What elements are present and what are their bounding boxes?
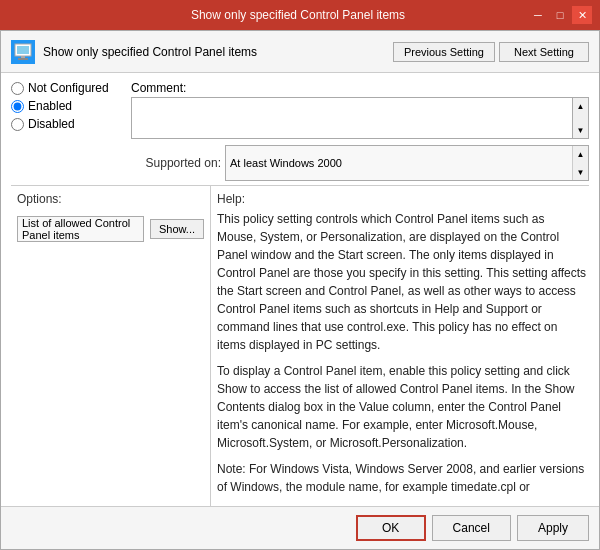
title-bar: Show only specified Control Panel items … — [0, 0, 600, 30]
disabled-radio[interactable] — [11, 118, 24, 131]
enabled-option[interactable]: Enabled — [11, 99, 121, 113]
list-label: List of allowed Control Panel items — [17, 216, 144, 242]
maximize-button[interactable]: □ — [550, 6, 570, 24]
svg-rect-3 — [18, 58, 28, 60]
two-column-area: Options: List of allowed Control Panel i… — [11, 185, 589, 506]
comment-label: Comment: — [131, 81, 589, 95]
header-row: Show only specified Control Panel items … — [1, 31, 599, 73]
help-paragraph-2: To display a Control Panel item, enable … — [217, 362, 587, 452]
help-content-wrapper: This policy setting controls which Contr… — [217, 210, 589, 500]
supported-value: At least Windows 2000 — [226, 146, 572, 180]
header-title: Show only specified Control Panel items — [43, 45, 257, 59]
disabled-option[interactable]: Disabled — [11, 117, 121, 131]
supported-label: Supported on: — [131, 156, 221, 170]
window-controls: ─ □ ✕ — [528, 6, 592, 24]
next-setting-button[interactable]: Next Setting — [499, 42, 589, 62]
header-left: Show only specified Control Panel items — [11, 40, 393, 64]
policy-icon — [11, 40, 35, 64]
not-configured-radio[interactable] — [11, 82, 24, 95]
right-meta: Comment: ▲ ▼ Supported on: At least Wind… — [121, 81, 589, 181]
comment-input[interactable] — [131, 97, 573, 139]
enabled-radio[interactable] — [11, 100, 24, 113]
help-paragraph-3: Note: For Windows Vista, Windows Server … — [217, 460, 587, 500]
left-panel: Options: List of allowed Control Panel i… — [11, 186, 211, 506]
disabled-label: Disabled — [28, 117, 75, 131]
help-paragraph-1: This policy setting controls which Contr… — [217, 210, 587, 354]
footer: OK Cancel Apply — [1, 506, 599, 549]
ok-button[interactable]: OK — [356, 515, 426, 541]
top-section: Not Configured Enabled Disabled Comment:… — [1, 73, 599, 185]
options-title: Options: — [17, 192, 204, 206]
window-title: Show only specified Control Panel items — [68, 8, 528, 22]
supported-scroll-down[interactable]: ▼ — [573, 164, 588, 180]
enabled-label: Enabled — [28, 99, 72, 113]
previous-setting-button[interactable]: Previous Setting — [393, 42, 495, 62]
dialog-body: Show only specified Control Panel items … — [0, 30, 600, 550]
svg-rect-1 — [17, 46, 29, 54]
supported-scroll-up[interactable]: ▲ — [573, 146, 588, 162]
apply-button[interactable]: Apply — [517, 515, 589, 541]
not-configured-label: Not Configured — [28, 81, 109, 95]
help-text-area[interactable]: This policy setting controls which Contr… — [217, 210, 589, 500]
minimize-button[interactable]: ─ — [528, 6, 548, 24]
show-button[interactable]: Show... — [150, 219, 204, 239]
close-button[interactable]: ✕ — [572, 6, 592, 24]
comment-scroll-up[interactable]: ▲ — [573, 98, 588, 114]
not-configured-option[interactable]: Not Configured — [11, 81, 121, 95]
help-title: Help: — [217, 192, 589, 206]
comment-scroll-down[interactable]: ▼ — [573, 122, 588, 138]
right-panel: Help: This policy setting controls which… — [211, 186, 589, 506]
cancel-button[interactable]: Cancel — [432, 515, 511, 541]
radio-group: Not Configured Enabled Disabled — [11, 81, 121, 181]
header-buttons: Previous Setting Next Setting — [393, 42, 589, 62]
list-item-row: List of allowed Control Panel items Show… — [17, 216, 204, 242]
